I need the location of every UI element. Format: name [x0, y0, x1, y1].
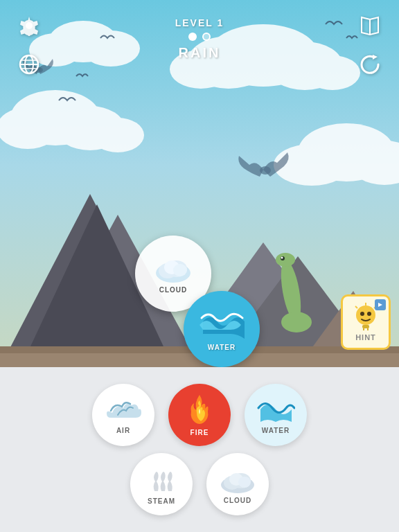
scene-water-element[interactable]: WATER	[184, 291, 260, 367]
steam-label: STEAM	[148, 497, 175, 505]
elements-row-1: AIR FIRE WATER	[92, 384, 307, 446]
refresh-button[interactable]	[355, 49, 385, 80]
level-info: LEVEL 1 RAIN	[175, 10, 224, 61]
svg-point-26	[276, 253, 295, 267]
cloud-element-button[interactable]: CLOUD	[206, 453, 269, 515]
game-header: LEVEL 1 RAIN	[0, 0, 399, 90]
level-label: LEVEL 1	[175, 17, 224, 28]
svg-point-42	[173, 264, 187, 276]
water-element-button[interactable]: WATER	[245, 384, 307, 446]
water-label: WATER	[208, 344, 236, 351]
settings-button[interactable]	[14, 10, 44, 41]
air-element-button[interactable]: AIR	[92, 384, 154, 446]
header-right-buttons	[355, 10, 385, 80]
puzzle-label: RAIN	[175, 45, 224, 61]
dot-1	[188, 33, 197, 41]
progress-dots	[175, 33, 224, 41]
hint-corner-icon	[375, 299, 386, 310]
header-left-buttons	[14, 10, 44, 80]
air-label: AIR	[116, 427, 130, 434]
book-button[interactable]	[355, 10, 385, 41]
cloud2-label: CLOUD	[224, 497, 252, 504]
hint-button[interactable]: HINT	[341, 294, 391, 350]
globe-button[interactable]	[14, 49, 44, 80]
svg-point-15	[260, 166, 271, 175]
svg-line-51	[355, 306, 357, 308]
elements-panel: AIR FIRE WATER	[0, 367, 399, 532]
game-scene: LEVEL 1 RAIN	[0, 0, 399, 367]
fire-label: FIRE	[190, 429, 209, 436]
water2-label: WATER	[262, 427, 290, 434]
hint-card: HINT	[341, 294, 391, 350]
svg-marker-43	[378, 303, 382, 307]
fire-element-button[interactable]: FIRE	[168, 384, 231, 446]
steam-element-button[interactable]: STEAM	[130, 453, 193, 515]
svg-point-44	[356, 305, 375, 325]
svg-point-45	[360, 312, 364, 316]
svg-marker-37	[373, 55, 378, 60]
dot-2	[202, 33, 211, 41]
svg-point-29	[281, 312, 312, 332]
svg-point-28	[281, 257, 283, 259]
svg-point-46	[367, 312, 371, 316]
hint-label: HINT	[355, 333, 376, 342]
svg-point-57	[238, 477, 251, 488]
svg-point-8	[91, 118, 144, 152]
svg-rect-47	[362, 325, 369, 328]
elements-row-2: STEAM CLOUD	[130, 453, 269, 515]
